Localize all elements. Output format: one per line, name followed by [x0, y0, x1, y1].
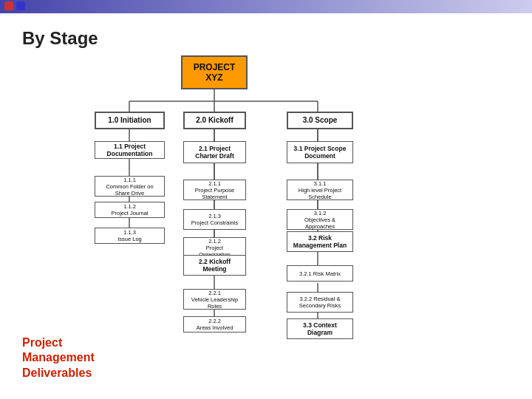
item-3-2-1-box: 3.2.1 Risk Matrix: [287, 265, 353, 282]
dot-blue: [16, 1, 25, 10]
deliverable-2-2-box: 2.2 KickoffMeeting: [183, 255, 246, 276]
item-3-2-2-box: 3.2.2 Residual &Secondary Risks: [287, 292, 353, 313]
item-2-2-2-box: 2.2.2Areas Involved: [183, 316, 246, 332]
item-3-1-2-box: 3.1.2Objectives &Approaches: [287, 209, 353, 230]
deliverable-3-3-box: 3.3 ContextDiagram: [287, 318, 353, 339]
deliverable-3-1-box: 3.1 Project ScopeDocument: [287, 141, 353, 163]
item-1-1-3-box: 1.1.3Issue Log: [95, 228, 165, 244]
deliverable-3-2-box: 3.2 RiskManagement Plan: [287, 231, 353, 252]
root-box: PROJECTXYZ: [181, 55, 248, 89]
top-bar: [0, 0, 532, 13]
item-1-1-1-box: 1.1.1Common Folder onShare Drive: [95, 176, 165, 197]
item-3-1-1-box: 3.1.1High level ProjectSchedule: [287, 180, 353, 200]
item-1-1-2-box: 1.1.2Project Journal: [95, 202, 165, 218]
page: By Stage ProjectManagementDeliverables: [0, 13, 532, 399]
stage-2-box: 2.0 Kickoff: [183, 112, 246, 129]
deliverable-2-1-box: 2.1 ProjectCharter Draft: [183, 141, 246, 163]
top-bar-dots: [4, 1, 25, 10]
dot-red: [4, 1, 13, 10]
item-2-1-3-box: 2.1.3Project Constraints: [183, 209, 246, 230]
item-2-2-1-box: 2.2.1Vehicle LeadershipRoles: [183, 289, 246, 310]
page-title: By Stage: [22, 28, 510, 49]
deliverable-1-1-box: 1.1 ProjectDocumentation: [95, 141, 165, 159]
stage-1-box: 1.0 Initiation: [95, 112, 165, 129]
item-2-1-1-box: 2.1.1Project PurposeStatement: [183, 180, 246, 200]
chart-area: PROJECTXYZ 1.0 Initiation 1.1 ProjectDoc…: [74, 54, 517, 384]
stage-3-box: 3.0 Scope: [287, 112, 353, 129]
